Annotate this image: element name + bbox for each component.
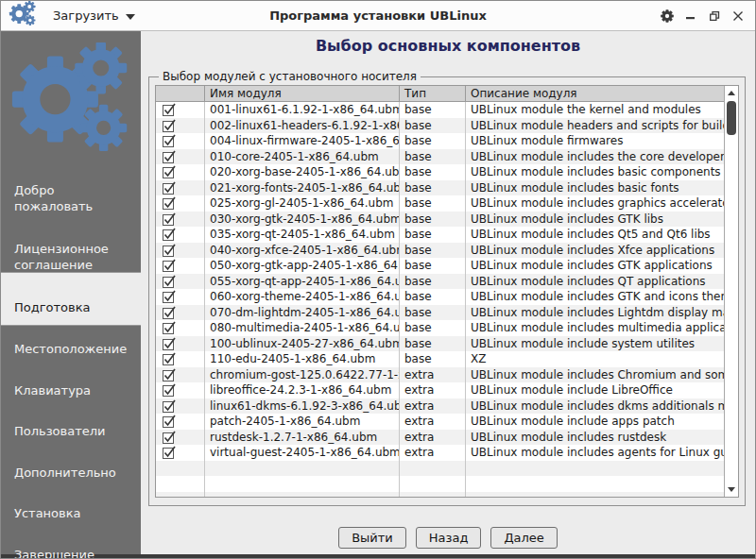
table-row[interactable]: 004-linux-firmware-2405-1-x86_64.ubm bas… bbox=[156, 133, 724, 149]
module-name-cell: rustdesk-1.2.7-1-x86_64.ubm bbox=[205, 430, 400, 446]
module-name-cell: 004-linux-firmware-2405-1-x86_64.ubm bbox=[205, 133, 400, 149]
module-checkbox-cell[interactable] bbox=[156, 118, 205, 134]
sidebar-item-7[interactable]: Дополнительно bbox=[1, 449, 141, 481]
module-checkbox-cell[interactable] bbox=[156, 212, 205, 228]
table-row[interactable]: rustdesk-1.2.7-1-x86_64.ubm extra UBLinu… bbox=[156, 430, 724, 446]
module-type-cell: base bbox=[400, 133, 466, 149]
header-module-type[interactable]: Тип bbox=[400, 86, 466, 101]
header-checkbox-column[interactable] bbox=[156, 86, 205, 101]
module-checkbox-cell[interactable] bbox=[156, 149, 205, 165]
module-checkbox-cell[interactable] bbox=[156, 305, 205, 321]
vertical-scrollbar[interactable] bbox=[724, 86, 738, 497]
module-checkbox-cell[interactable] bbox=[156, 102, 205, 118]
module-checkbox-cell[interactable] bbox=[156, 414, 205, 430]
table-row[interactable]: 025-xorg-gl-2405-1-x86_64.ubm base UBLin… bbox=[156, 195, 724, 212]
module-checkbox-cell[interactable] bbox=[156, 351, 205, 367]
module-description-cell: UBLinux module includes Qt5 and Qt6 libs bbox=[466, 227, 724, 243]
module-name-cell: virtual-guest-2405-1-x86_64.ubm bbox=[205, 445, 400, 461]
table-row-empty[interactable] bbox=[156, 461, 724, 477]
table-row[interactable]: 055-xorg-qt-app-2405-1-x86_64.ubm base U… bbox=[156, 274, 724, 290]
table-row[interactable]: 010-core-2405-1-x86_64.ubm base UBLinux … bbox=[156, 149, 724, 165]
table-row[interactable]: 030-xorg-gtk-2405-1-x86_64.ubm base UBLi… bbox=[156, 212, 724, 228]
table-row[interactable]: linux61-dkms-6.1.92-3-x86_64.ubm extra U… bbox=[156, 398, 724, 415]
module-description-cell: UBLinux module includes Xfce application… bbox=[466, 243, 724, 259]
scrollbar-thumb[interactable] bbox=[727, 101, 736, 135]
module-checkbox-cell[interactable] bbox=[156, 164, 205, 180]
sidebar-item-1[interactable]: Добро пожаловать bbox=[1, 166, 141, 214]
minimize-icon[interactable] bbox=[683, 8, 698, 24]
module-name-cell: 050-xorg-gtk-app-2405-1-x86_64.ubm bbox=[205, 258, 400, 274]
module-type-cell: base bbox=[400, 351, 466, 367]
table-row[interactable]: 021-xorg-fonts-2405-1-x86_64.ubm base UB… bbox=[156, 180, 724, 196]
table-row[interactable]: 060-xorg-theme-2405-1-x86_64.ubm base UB… bbox=[156, 289, 724, 305]
load-menu-button[interactable]: Загрузить bbox=[53, 8, 135, 23]
table-row[interactable]: 050-xorg-gtk-app-2405-1-x86_64.ubm base … bbox=[156, 258, 724, 274]
sidebar-item-label: Лицензионное соглашение bbox=[14, 242, 109, 272]
sidebar-item-3[interactable]: Подготовка bbox=[1, 272, 141, 326]
table-row[interactable]: 002-linux61-headers-6.1.92-1-x86_64.ubm … bbox=[156, 118, 724, 134]
checkbox-checked-icon bbox=[163, 352, 176, 365]
checkbox-checked-icon bbox=[163, 196, 176, 210]
module-table-body: 001-linux61-6.1.92-1-x86_64.ubm base UBL… bbox=[156, 102, 724, 497]
table-row[interactable]: patch-2405-1-x86_64.ubm extra UBLinux mo… bbox=[156, 414, 724, 430]
exit-button[interactable]: Выйти bbox=[338, 527, 406, 549]
table-row[interactable]: 110-edu-2405-1-x86_64.ubm base XZ bbox=[156, 351, 724, 367]
close-icon[interactable] bbox=[730, 8, 746, 24]
settings-gear-icon[interactable] bbox=[660, 8, 675, 24]
scroll-down-icon[interactable] bbox=[725, 483, 738, 496]
table-row[interactable]: 040-xorg-xfce-2405-1-x86_64.ubm base UBL… bbox=[156, 243, 724, 259]
module-checkbox-cell[interactable] bbox=[156, 289, 205, 305]
module-checkbox-cell[interactable] bbox=[156, 476, 205, 492]
sidebar-item-2[interactable]: Лицензионное соглашение bbox=[1, 225, 141, 273]
maximize-icon[interactable] bbox=[707, 8, 722, 24]
table-row[interactable]: 020-xorg-base-2405-1-x86_64.ubm base UBL… bbox=[156, 164, 724, 180]
sidebar-item-6[interactable]: Пользователи bbox=[1, 407, 141, 439]
table-row[interactable]: 001-linux61-6.1.92-1-x86_64.ubm base UBL… bbox=[156, 102, 724, 118]
module-checkbox-cell[interactable] bbox=[156, 430, 205, 446]
module-checkbox-cell[interactable] bbox=[156, 133, 205, 149]
scroll-up-icon[interactable] bbox=[725, 87, 738, 99]
table-row-empty[interactable] bbox=[156, 492, 724, 498]
app-logo-icon bbox=[9, 1, 37, 31]
module-checkbox-cell[interactable] bbox=[156, 243, 205, 259]
module-checkbox-cell[interactable] bbox=[156, 382, 205, 398]
table-row[interactable]: 100-ublinux-2405-27-x86_64.ubm base UBLi… bbox=[156, 336, 724, 352]
next-button[interactable]: Далее bbox=[490, 527, 557, 549]
module-checkbox-cell[interactable] bbox=[156, 274, 205, 290]
table-row[interactable]: 070-dm-lightdm-2405-1-x86_64.ubm base UB… bbox=[156, 305, 724, 321]
module-checkbox-cell[interactable] bbox=[156, 336, 205, 352]
module-checkbox-cell[interactable] bbox=[156, 492, 205, 498]
table-row[interactable]: virtual-guest-2405-1-x86_64.ubm extra UB… bbox=[156, 445, 724, 461]
module-type-cell: base bbox=[400, 195, 466, 212]
module-table: Имя модуля Тип Описание модуля 001-linux… bbox=[155, 85, 739, 498]
module-name-cell: chromium-gost-125.0.6422.77-1-x86_64.ubm bbox=[205, 367, 400, 383]
table-row[interactable]: 080-multimedia-2405-1-x86_64.ubm base UB… bbox=[156, 320, 724, 336]
sidebar-item-5[interactable]: Клавиатура bbox=[1, 366, 141, 398]
sidebar-item-8[interactable]: Установка bbox=[1, 489, 141, 521]
module-checkbox-cell[interactable] bbox=[156, 320, 205, 336]
module-name-cell: patch-2405-1-x86_64.ubm bbox=[205, 414, 400, 430]
checkbox-checked-icon bbox=[163, 399, 176, 413]
module-checkbox-cell[interactable] bbox=[156, 195, 205, 212]
sidebar-item-9[interactable]: Завершение bbox=[1, 531, 141, 559]
module-checkbox-cell[interactable] bbox=[156, 445, 205, 461]
module-checkbox-cell[interactable] bbox=[156, 227, 205, 243]
module-name-cell: 025-xorg-gl-2405-1-x86_64.ubm bbox=[205, 195, 400, 212]
sidebar-item-label: Добро пожаловать bbox=[14, 183, 93, 213]
table-row[interactable]: libreoffice-24.2.3-1-x86_64.ubm extra UB… bbox=[156, 382, 724, 398]
checkbox-checked-icon bbox=[163, 259, 176, 272]
module-checkbox-cell[interactable] bbox=[156, 258, 205, 274]
header-module-name[interactable]: Имя модуля bbox=[205, 86, 400, 101]
table-row-empty[interactable] bbox=[156, 476, 724, 492]
table-row[interactable]: 035-xorg-qt-2405-1-x86_64.ubm base UBLin… bbox=[156, 227, 724, 243]
module-checkbox-cell[interactable] bbox=[156, 367, 205, 383]
module-type-cell: base bbox=[400, 102, 466, 118]
module-checkbox-cell[interactable] bbox=[156, 398, 205, 415]
header-module-description[interactable]: Описание модуля bbox=[466, 86, 724, 101]
checkbox-checked-icon bbox=[163, 446, 176, 459]
module-checkbox-cell[interactable] bbox=[156, 461, 205, 477]
table-row[interactable]: chromium-gost-125.0.6422.77-1-x86_64.ubm… bbox=[156, 367, 724, 383]
back-button[interactable]: Назад bbox=[416, 527, 482, 549]
sidebar-item-4[interactable]: Местоположение bbox=[1, 325, 141, 357]
module-checkbox-cell[interactable] bbox=[156, 180, 205, 196]
